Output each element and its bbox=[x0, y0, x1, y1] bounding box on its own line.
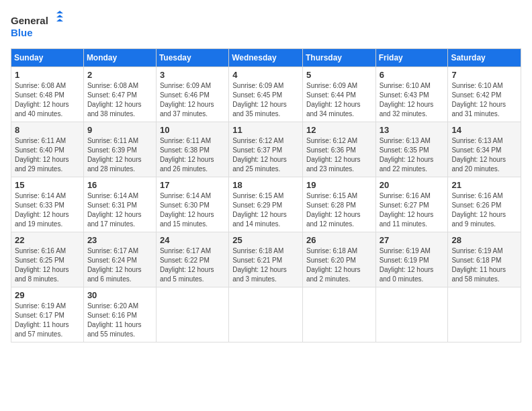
calendar-cell: 17 Sunrise: 6:14 AMSunset: 6:30 PMDaylig… bbox=[156, 177, 228, 232]
day-info: Sunrise: 6:16 AMSunset: 6:26 PMDaylight:… bbox=[451, 192, 506, 228]
day-info: Sunrise: 6:17 AMSunset: 6:24 PMDaylight:… bbox=[87, 247, 142, 283]
day-info: Sunrise: 6:19 AMSunset: 6:19 PMDaylight:… bbox=[380, 247, 434, 283]
day-info: Sunrise: 6:13 AMSunset: 6:35 PMDaylight:… bbox=[380, 137, 434, 173]
day-number: 13 bbox=[380, 125, 445, 135]
calendar-cell: 8 Sunrise: 6:11 AMSunset: 6:40 PMDayligh… bbox=[11, 122, 84, 177]
calendar-cell bbox=[156, 287, 228, 342]
logo-svg: General Blue bbox=[11, 11, 64, 40]
day-number: 20 bbox=[380, 180, 445, 190]
day-info: Sunrise: 6:08 AMSunset: 6:48 PMDaylight:… bbox=[15, 82, 69, 118]
day-info: Sunrise: 6:15 AMSunset: 6:28 PMDaylight:… bbox=[306, 192, 361, 228]
day-info: Sunrise: 6:18 AMSunset: 6:20 PMDaylight:… bbox=[306, 247, 361, 283]
calendar-cell: 12 Sunrise: 6:12 AMSunset: 6:36 PMDaylig… bbox=[302, 122, 375, 177]
calendar-cell bbox=[375, 287, 448, 342]
day-info: Sunrise: 6:09 AMSunset: 6:46 PMDaylight:… bbox=[160, 82, 214, 118]
weekday-header: Sunday bbox=[11, 49, 84, 67]
day-info: Sunrise: 6:11 AMSunset: 6:39 PMDaylight:… bbox=[87, 137, 142, 173]
calendar-cell: 4 Sunrise: 6:09 AMSunset: 6:45 PMDayligh… bbox=[229, 67, 303, 122]
calendar-cell: 18 Sunrise: 6:15 AMSunset: 6:29 PMDaylig… bbox=[229, 177, 303, 232]
day-info: Sunrise: 6:18 AMSunset: 6:21 PMDaylight:… bbox=[232, 247, 287, 283]
calendar-cell: 30 Sunrise: 6:20 AMSunset: 6:16 PMDaylig… bbox=[83, 287, 156, 342]
calendar-cell: 23 Sunrise: 6:17 AMSunset: 6:24 PMDaylig… bbox=[83, 232, 156, 287]
calendar-cell: 27 Sunrise: 6:19 AMSunset: 6:19 PMDaylig… bbox=[375, 232, 448, 287]
day-number: 2 bbox=[87, 70, 152, 80]
day-number: 21 bbox=[451, 180, 517, 190]
calendar-cell: 24 Sunrise: 6:17 AMSunset: 6:22 PMDaylig… bbox=[156, 232, 228, 287]
day-info: Sunrise: 6:16 AMSunset: 6:25 PMDaylight:… bbox=[15, 247, 69, 283]
calendar-cell: 25 Sunrise: 6:18 AMSunset: 6:21 PMDaylig… bbox=[229, 232, 303, 287]
day-number: 16 bbox=[87, 180, 152, 190]
logo: General Blue bbox=[11, 11, 64, 40]
calendar-cell: 19 Sunrise: 6:15 AMSunset: 6:28 PMDaylig… bbox=[302, 177, 375, 232]
day-number: 18 bbox=[232, 180, 299, 190]
day-number: 14 bbox=[451, 125, 517, 135]
calendar-cell: 2 Sunrise: 6:08 AMSunset: 6:47 PMDayligh… bbox=[83, 67, 156, 122]
day-number: 26 bbox=[306, 235, 372, 245]
day-number: 9 bbox=[87, 125, 152, 135]
weekday-header: Thursday bbox=[302, 49, 375, 67]
day-info: Sunrise: 6:19 AMSunset: 6:18 PMDaylight:… bbox=[451, 247, 506, 283]
day-number: 17 bbox=[160, 180, 225, 190]
page-container: General Blue SundayMondayTuesdayWednesda… bbox=[0, 0, 532, 349]
day-info: Sunrise: 6:09 AMSunset: 6:44 PMDaylight:… bbox=[306, 82, 361, 118]
calendar-cell bbox=[302, 287, 375, 342]
day-number: 11 bbox=[232, 125, 299, 135]
day-info: Sunrise: 6:13 AMSunset: 6:34 PMDaylight:… bbox=[451, 137, 506, 173]
weekday-header: Monday bbox=[83, 49, 156, 67]
weekday-header: Saturday bbox=[448, 49, 521, 67]
day-number: 22 bbox=[15, 235, 80, 245]
day-number: 3 bbox=[160, 70, 225, 80]
calendar-cell: 5 Sunrise: 6:09 AMSunset: 6:44 PMDayligh… bbox=[302, 67, 375, 122]
calendar-cell: 29 Sunrise: 6:19 AMSunset: 6:17 PMDaylig… bbox=[11, 287, 84, 342]
day-number: 30 bbox=[87, 290, 152, 300]
day-info: Sunrise: 6:12 AMSunset: 6:37 PMDaylight:… bbox=[232, 137, 287, 173]
day-number: 6 bbox=[380, 70, 445, 80]
day-info: Sunrise: 6:14 AMSunset: 6:30 PMDaylight:… bbox=[160, 192, 214, 228]
day-info: Sunrise: 6:12 AMSunset: 6:36 PMDaylight:… bbox=[306, 137, 361, 173]
day-number: 28 bbox=[451, 235, 517, 245]
calendar-cell: 7 Sunrise: 6:10 AMSunset: 6:42 PMDayligh… bbox=[448, 67, 521, 122]
calendar-cell bbox=[229, 287, 303, 342]
day-number: 24 bbox=[160, 235, 225, 245]
svg-marker-3 bbox=[56, 15, 63, 17]
calendar-cell: 15 Sunrise: 6:14 AMSunset: 6:33 PMDaylig… bbox=[11, 177, 84, 232]
day-info: Sunrise: 6:09 AMSunset: 6:45 PMDaylight:… bbox=[232, 82, 287, 118]
day-number: 7 bbox=[451, 70, 517, 80]
weekday-header: Wednesday bbox=[229, 49, 303, 67]
day-number: 1 bbox=[15, 70, 80, 80]
calendar-cell: 1 Sunrise: 6:08 AMSunset: 6:48 PMDayligh… bbox=[11, 67, 84, 122]
header: General Blue bbox=[11, 11, 521, 40]
day-number: 15 bbox=[15, 180, 80, 190]
calendar-cell: 6 Sunrise: 6:10 AMSunset: 6:43 PMDayligh… bbox=[375, 67, 448, 122]
day-info: Sunrise: 6:16 AMSunset: 6:27 PMDaylight:… bbox=[380, 192, 434, 228]
calendar-cell: 21 Sunrise: 6:16 AMSunset: 6:26 PMDaylig… bbox=[448, 177, 521, 232]
day-info: Sunrise: 6:14 AMSunset: 6:33 PMDaylight:… bbox=[15, 192, 69, 228]
day-info: Sunrise: 6:19 AMSunset: 6:17 PMDaylight:… bbox=[15, 302, 69, 338]
calendar-cell: 11 Sunrise: 6:12 AMSunset: 6:37 PMDaylig… bbox=[229, 122, 303, 177]
calendar-cell: 16 Sunrise: 6:14 AMSunset: 6:31 PMDaylig… bbox=[83, 177, 156, 232]
day-number: 29 bbox=[15, 290, 80, 300]
day-info: Sunrise: 6:10 AMSunset: 6:43 PMDaylight:… bbox=[380, 82, 434, 118]
calendar-cell bbox=[448, 287, 521, 342]
day-number: 8 bbox=[15, 125, 80, 135]
day-number: 12 bbox=[306, 125, 372, 135]
calendar-table: SundayMondayTuesdayWednesdayThursdayFrid… bbox=[11, 48, 521, 342]
day-number: 23 bbox=[87, 235, 152, 245]
day-number: 10 bbox=[160, 125, 225, 135]
svg-text:General: General bbox=[11, 15, 48, 26]
day-info: Sunrise: 6:20 AMSunset: 6:16 PMDaylight:… bbox=[87, 302, 142, 338]
day-number: 25 bbox=[232, 235, 299, 245]
day-info: Sunrise: 6:14 AMSunset: 6:31 PMDaylight:… bbox=[87, 192, 142, 228]
calendar-cell: 3 Sunrise: 6:09 AMSunset: 6:46 PMDayligh… bbox=[156, 67, 228, 122]
calendar-cell: 14 Sunrise: 6:13 AMSunset: 6:34 PMDaylig… bbox=[448, 122, 521, 177]
calendar-cell: 9 Sunrise: 6:11 AMSunset: 6:39 PMDayligh… bbox=[83, 122, 156, 177]
day-info: Sunrise: 6:15 AMSunset: 6:29 PMDaylight:… bbox=[232, 192, 287, 228]
svg-text:Blue: Blue bbox=[11, 27, 33, 38]
svg-marker-2 bbox=[56, 11, 63, 13]
day-info: Sunrise: 6:08 AMSunset: 6:47 PMDaylight:… bbox=[87, 82, 142, 118]
day-number: 4 bbox=[232, 70, 299, 80]
day-info: Sunrise: 6:11 AMSunset: 6:38 PMDaylight:… bbox=[160, 137, 214, 173]
calendar-cell: 10 Sunrise: 6:11 AMSunset: 6:38 PMDaylig… bbox=[156, 122, 228, 177]
svg-marker-4 bbox=[56, 19, 63, 21]
calendar-cell: 20 Sunrise: 6:16 AMSunset: 6:27 PMDaylig… bbox=[375, 177, 448, 232]
